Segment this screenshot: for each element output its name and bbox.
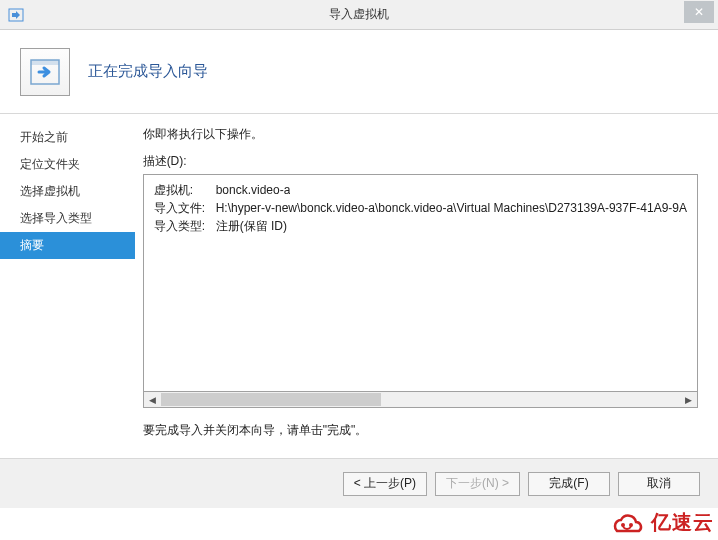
content-area: 开始之前 定位文件夹 选择虚拟机 选择导入类型 摘要 你即将执行以下操作。 描述… xyxy=(0,114,718,458)
summary-val-vm: bonck.video-a xyxy=(216,181,291,199)
wizard-icon xyxy=(20,48,70,96)
window-title: 导入虚拟机 xyxy=(329,6,389,23)
description-box: 虚拟机: bonck.video-a 导入文件: H:\hyper-v-new\… xyxy=(143,174,698,392)
sidebar-item-locate-folder[interactable]: 定位文件夹 xyxy=(0,151,135,178)
intro-text: 你即将执行以下操作。 xyxy=(143,126,698,143)
summary-row-vm: 虚拟机: bonck.video-a xyxy=(154,181,687,199)
summary-val-type: 注册(保留 ID) xyxy=(216,217,287,235)
close-button[interactable]: ✕ xyxy=(684,1,714,23)
horizontal-scrollbar[interactable]: ◀ ▶ xyxy=(143,391,698,408)
wizard-sidebar: 开始之前 定位文件夹 选择虚拟机 选择导入类型 摘要 xyxy=(0,114,135,458)
wizard-title: 正在完成导入向导 xyxy=(88,62,208,81)
wizard-header: 正在完成导入向导 xyxy=(0,30,718,114)
description-label: 描述(D): xyxy=(143,153,698,170)
previous-button[interactable]: < 上一步(P) xyxy=(343,472,427,496)
scroll-track[interactable] xyxy=(161,392,680,407)
sidebar-item-before-begin[interactable]: 开始之前 xyxy=(0,124,135,151)
sidebar-item-import-type[interactable]: 选择导入类型 xyxy=(0,205,135,232)
summary-key: 虚拟机: xyxy=(154,181,216,199)
watermark: 亿速云 xyxy=(607,508,714,536)
titlebar: 导入虚拟机 ✕ xyxy=(0,0,718,30)
main-panel: 你即将执行以下操作。 描述(D): 虚拟机: bonck.video-a 导入文… xyxy=(135,114,718,458)
svg-rect-2 xyxy=(31,60,59,65)
summary-key: 导入类型: xyxy=(154,217,216,235)
wizard-footer: < 上一步(P) 下一步(N) > 完成(F) 取消 xyxy=(0,458,718,508)
watermark-logo-icon xyxy=(607,508,647,536)
scroll-left-arrow[interactable]: ◀ xyxy=(144,392,161,407)
next-button: 下一步(N) > xyxy=(435,472,520,496)
sidebar-item-summary[interactable]: 摘要 xyxy=(0,232,135,259)
instruction-text: 要完成导入并关闭本向导，请单击"完成"。 xyxy=(143,422,698,439)
scroll-right-arrow[interactable]: ▶ xyxy=(680,392,697,407)
cancel-button[interactable]: 取消 xyxy=(618,472,700,496)
watermark-text: 亿速云 xyxy=(651,509,714,536)
scroll-thumb[interactable] xyxy=(161,393,381,406)
summary-val-file: H:\hyper-v-new\bonck.video-a\bonck.video… xyxy=(216,199,687,217)
sidebar-item-select-vm[interactable]: 选择虚拟机 xyxy=(0,178,135,205)
summary-key: 导入文件: xyxy=(154,199,216,217)
summary-row-type: 导入类型: 注册(保留 ID) xyxy=(154,217,687,235)
titlebar-icon xyxy=(8,7,24,23)
finish-button[interactable]: 完成(F) xyxy=(528,472,610,496)
summary-row-file: 导入文件: H:\hyper-v-new\bonck.video-a\bonck… xyxy=(154,199,687,217)
